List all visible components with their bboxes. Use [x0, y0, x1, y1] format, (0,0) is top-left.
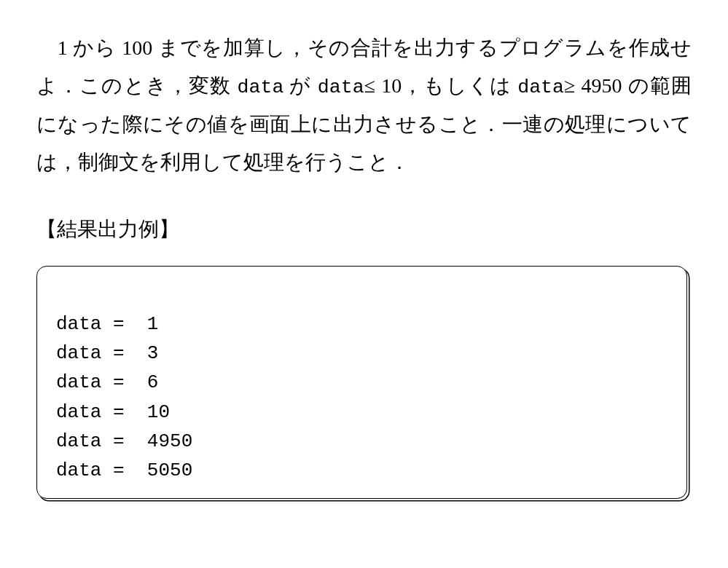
example-output-heading: 【結果出力例】 — [36, 210, 692, 248]
text-segment: ≤ 10，もしくは — [364, 74, 518, 97]
code-inline: data — [318, 76, 364, 98]
output-line: data = 10 — [56, 401, 170, 423]
text-segment: が — [283, 74, 317, 97]
output-line: data = 4950 — [56, 430, 192, 452]
output-line: data = 1 — [56, 313, 158, 335]
output-line: data = 5050 — [56, 459, 192, 481]
code-inline: data — [517, 76, 564, 98]
output-line: data = 6 — [56, 371, 158, 393]
output-line: data = 3 — [56, 342, 158, 364]
problem-statement: 1 から 100 までを加算し，その合計を出力するプログラムを作成せよ．このとき… — [36, 29, 692, 181]
example-output-box: data = 1 data = 3 data = 6 data = 10 dat… — [36, 266, 687, 499]
code-inline: data — [238, 76, 284, 98]
